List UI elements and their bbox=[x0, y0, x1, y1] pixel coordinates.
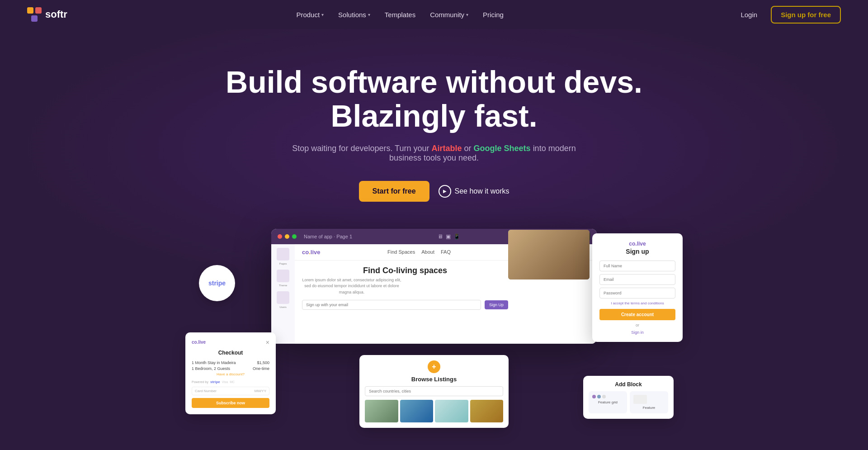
app-signup-button[interactable]: Sign Up bbox=[485, 300, 508, 309]
browse-image-3 bbox=[435, 400, 468, 422]
signup-fullname-field[interactable] bbox=[599, 261, 675, 271]
addblock-feature: Feature bbox=[630, 391, 668, 413]
sidebar-theme bbox=[277, 270, 289, 282]
browse-images bbox=[365, 400, 503, 422]
chevron-down-icon: ▾ bbox=[368, 12, 370, 17]
signup-terms: I accept the terms and conditions bbox=[599, 301, 675, 305]
addblock-title: Add Block bbox=[589, 381, 668, 388]
signup-card-title: Sign up bbox=[599, 248, 675, 255]
app-main-content: Find Co-living spaces Lorem ipsum dolor … bbox=[295, 261, 597, 316]
app-hero-image bbox=[508, 230, 590, 279]
dot-green bbox=[292, 234, 297, 239]
discount-link[interactable]: Have a discount? bbox=[192, 372, 269, 376]
block-icon-1 bbox=[592, 395, 596, 398]
hero-subtext: Stop waiting for developers. Turn your A… bbox=[280, 144, 588, 163]
signin-link[interactable]: Sign in bbox=[599, 330, 675, 335]
nav-links: Product ▾ Solutions ▾ Templates Communit… bbox=[290, 7, 510, 22]
nav-community[interactable]: Community ▾ bbox=[424, 7, 475, 22]
logo-text: softr bbox=[45, 9, 67, 20]
browse-card: + Browse Listings bbox=[359, 355, 509, 428]
svg-rect-0 bbox=[27, 7, 33, 14]
app-photo-placeholder bbox=[508, 230, 590, 279]
hero-section: Build software without devs. Blazingly f… bbox=[0, 29, 868, 428]
checkout-logo: co.live bbox=[192, 340, 206, 345]
hero-heading: Build software without devs. Blazingly f… bbox=[9, 65, 859, 133]
play-icon: ▶ bbox=[439, 185, 451, 198]
hero-cta: Start for free ▶ See how it works bbox=[9, 181, 859, 202]
addblock-card: Add Block Feature grid Feature bbox=[583, 376, 674, 419]
mobile-icon: 📱 bbox=[453, 233, 460, 240]
close-icon[interactable]: × bbox=[266, 339, 269, 346]
tablet-icon: ▣ bbox=[446, 233, 451, 240]
app-co-live-logo: co.live bbox=[302, 249, 320, 256]
nav-templates[interactable]: Templates bbox=[378, 7, 422, 22]
browse-search-input[interactable] bbox=[365, 386, 503, 396]
browser-body: Pages Theme Users co.live Find Spaces Ab… bbox=[271, 244, 597, 344]
signup-card-logo: co.live bbox=[599, 241, 675, 247]
stripe-badge: stripe bbox=[199, 265, 235, 301]
navbar: softr Product ▾ Solutions ▾ Templates Co… bbox=[0, 0, 868, 29]
logo[interactable]: softr bbox=[27, 7, 67, 22]
nav-solutions[interactable]: Solutions ▾ bbox=[332, 7, 377, 22]
subscribe-button[interactable]: Subscribe now bbox=[192, 398, 269, 408]
signup-button[interactable]: Sign up for free bbox=[771, 6, 841, 24]
dot-yellow bbox=[285, 234, 289, 239]
browse-image-4 bbox=[470, 400, 504, 422]
app-preview-area: stripe Name of app · Page 1 🖥 ▣ bbox=[185, 229, 683, 401]
app-nav-links: Find Spaces About FAQ bbox=[387, 249, 451, 255]
checkout-item-sub: 1 Bedroom, 2 Guests One-time bbox=[192, 366, 269, 371]
see-how-it-works-button[interactable]: ▶ See how it works bbox=[439, 185, 509, 198]
card-number-field[interactable]: Card Number MM/YY bbox=[192, 387, 269, 395]
checkout-item: 1 Month Stay in Madeira $1,500 bbox=[192, 360, 269, 365]
app-content: co.live Find Spaces About FAQ Add your s… bbox=[295, 244, 597, 344]
add-icon: + bbox=[428, 360, 440, 373]
editor-sidebar: Pages Theme Users bbox=[271, 244, 295, 344]
addblock-feature-grid: Feature grid bbox=[589, 391, 627, 413]
start-for-free-button[interactable]: Start for free bbox=[359, 181, 429, 202]
app-name-label: Name of app · Page 1 bbox=[304, 234, 352, 239]
block-icon-3 bbox=[602, 395, 606, 398]
browser-dots bbox=[278, 234, 297, 239]
monitor-icon: 🖥 bbox=[438, 233, 443, 240]
checkout-title: Checkout bbox=[192, 350, 269, 356]
app-email-input[interactable] bbox=[302, 300, 481, 310]
chevron-down-icon: ▾ bbox=[321, 12, 324, 17]
bottom-bg bbox=[0, 428, 868, 450]
create-account-button[interactable]: Create account bbox=[599, 309, 675, 320]
signup-or-divider: or bbox=[599, 323, 675, 327]
nav-actions: Login Sign up for free bbox=[732, 6, 841, 24]
powered-by: Powered by stripe Visa MC bbox=[192, 380, 269, 384]
app-page-desc: Lorem ipsum dolor sit amet, consectetur … bbox=[302, 277, 401, 296]
addblock-grid: Feature grid Feature bbox=[589, 391, 668, 413]
checkout-header: co.live × bbox=[192, 339, 269, 346]
chevron-down-icon: ▾ bbox=[466, 12, 468, 17]
signup-email-field[interactable] bbox=[599, 274, 675, 285]
dot-red bbox=[278, 234, 282, 239]
browse-title: Browse Listings bbox=[365, 376, 503, 383]
app-signup-row: Sign Up bbox=[302, 300, 508, 310]
nav-product[interactable]: Product ▾ bbox=[290, 7, 330, 22]
nav-pricing[interactable]: Pricing bbox=[476, 7, 510, 22]
app-page-heading: Find Co-living spaces bbox=[302, 266, 508, 275]
browse-image-2 bbox=[400, 400, 434, 422]
browser-window: Name of app · Page 1 🖥 ▣ 📱 Preview Publi… bbox=[271, 229, 597, 344]
sidebar-pages bbox=[277, 248, 289, 261]
sidebar-users bbox=[277, 291, 289, 304]
checkout-card: co.live × Checkout 1 Month Stay in Madei… bbox=[185, 332, 276, 414]
svg-rect-2 bbox=[31, 15, 38, 22]
signup-password-field[interactable] bbox=[599, 288, 675, 298]
block-icon-2 bbox=[597, 395, 601, 398]
block-icon-4 bbox=[633, 395, 647, 404]
svg-rect-1 bbox=[35, 7, 42, 14]
login-button[interactable]: Login bbox=[732, 7, 765, 22]
signup-card: co.live Sign up I accept the terms and c… bbox=[592, 233, 683, 342]
browse-image-1 bbox=[365, 400, 398, 422]
app-text-area: Find Co-living spaces Lorem ipsum dolor … bbox=[302, 266, 508, 310]
